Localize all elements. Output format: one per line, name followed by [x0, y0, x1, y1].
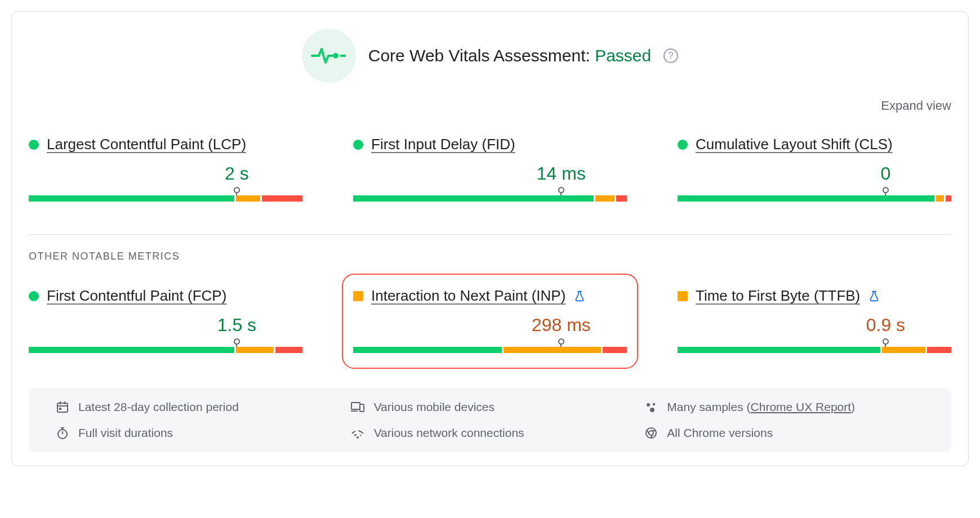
crux-link[interactable]: Chrome UX Report	[751, 400, 852, 413]
svg-point-14	[650, 408, 654, 412]
svg-rect-4	[57, 403, 68, 412]
seg-good	[353, 195, 594, 202]
divider	[29, 234, 951, 235]
header-title: Core Web Vitals Assessment: Passed	[368, 46, 651, 65]
calendar-icon	[56, 400, 69, 414]
status-indicator	[353, 140, 363, 150]
seg-improvement	[236, 347, 274, 353]
seg-poor	[616, 195, 627, 202]
metric-first-contentful-paint: First Contentful Paint (FCP)1.5 s	[29, 285, 302, 358]
metric-value: 0.9 s	[866, 315, 905, 336]
seg-good	[29, 347, 234, 353]
svg-rect-6	[60, 401, 61, 404]
metric-value: 1.5 s	[217, 315, 256, 336]
distribution-bar	[29, 338, 302, 353]
status-indicator	[29, 140, 39, 150]
metric-cumulative-layout-shift: Cumulative Layout Shift (CLS)0	[678, 133, 951, 206]
seg-improvement	[936, 195, 944, 202]
seg-poor	[603, 347, 627, 353]
metric-time-to-first-byte: Time to First Byte (TTFB)0.9 s	[678, 285, 951, 358]
header-title-label: Core Web Vitals Assessment:	[368, 46, 595, 65]
svg-rect-9	[351, 403, 360, 409]
core-metrics-grid: Largest Contentful Paint (LCP)2 sFirst I…	[29, 133, 951, 206]
metric-largest-contentful-paint: Largest Contentful Paint (LCP)2 s	[29, 133, 302, 206]
seg-improvement	[595, 195, 614, 202]
metric-value: 14 ms	[537, 163, 586, 184]
svg-rect-1	[340, 55, 346, 57]
cwv-panel: Core Web Vitals Assessment: Passed ? Exp…	[11, 11, 969, 466]
distribution-bar	[678, 187, 951, 202]
svg-rect-8	[59, 408, 61, 410]
metric-name-link[interactable]: Time to First Byte (TTFB)	[696, 287, 860, 305]
status-indicator	[353, 291, 363, 301]
network-icon	[350, 426, 365, 440]
footer-durations: Full visit durations	[56, 426, 336, 440]
svg-point-13	[653, 403, 655, 405]
seg-good	[353, 347, 502, 353]
metric-name-link[interactable]: First Contentful Paint (FCP)	[47, 287, 226, 305]
metric-value-row: 0.9 s	[678, 315, 951, 335]
seg-improvement	[504, 347, 601, 353]
svg-rect-7	[64, 401, 65, 404]
scatter-icon	[644, 400, 658, 414]
metric-value-row: 14 ms	[353, 163, 627, 184]
status-indicator	[678, 291, 688, 301]
stopwatch-icon	[56, 426, 69, 440]
metric-value-row: 2 s	[29, 163, 302, 184]
metric-value-row: 298 ms	[353, 315, 627, 335]
footer-samples-text: Many samples (Chrome UX Report)	[667, 400, 855, 414]
devices-icon	[350, 400, 365, 414]
seg-poor	[927, 347, 951, 353]
data-context-footer: Latest 28-day collection period Various …	[29, 388, 951, 452]
experimental-icon[interactable]	[573, 290, 586, 302]
metric-value-row: 0	[678, 163, 951, 184]
distribution-bar	[678, 338, 951, 353]
chrome-icon	[644, 426, 658, 440]
experimental-icon[interactable]	[868, 290, 880, 302]
metric-value-row: 1.5 s	[29, 315, 302, 335]
footer-versions-text: All Chrome versions	[667, 426, 773, 440]
distribution-bar	[353, 187, 627, 202]
distribution-bar	[353, 338, 627, 353]
seg-poor	[946, 195, 951, 202]
svg-point-12	[647, 403, 650, 407]
metric-name-link[interactable]: Cumulative Layout Shift (CLS)	[696, 136, 893, 153]
metric-name-link[interactable]: Largest Contentful Paint (LCP)	[47, 136, 246, 153]
footer-samples: Many samples (Chrome UX Report)	[644, 400, 924, 414]
metric-name-link[interactable]: Interaction to Next Paint (INP)	[371, 287, 565, 305]
svg-point-20	[357, 436, 359, 439]
svg-line-19	[356, 428, 359, 437]
other-metrics-grid: First Contentful Paint (FCP)1.5 sInterac…	[29, 285, 951, 358]
seg-improvement	[236, 195, 260, 202]
svg-point-0	[333, 53, 338, 59]
footer-period-text: Latest 28-day collection period	[78, 400, 239, 414]
status-indicator	[29, 291, 39, 301]
header: Core Web Vitals Assessment: Passed ?	[29, 29, 951, 83]
seg-good	[678, 195, 934, 202]
seg-poor	[262, 195, 302, 202]
metric-first-input-delay: First Input Delay (FID)14 ms	[353, 133, 627, 206]
seg-poor	[275, 347, 302, 353]
status-indicator	[678, 140, 688, 150]
other-metrics-label: OTHER NOTABLE METRICS	[29, 251, 951, 262]
footer-devices: Various mobile devices	[350, 400, 630, 414]
svg-rect-10	[360, 404, 364, 412]
metric-value: 0	[880, 163, 890, 184]
help-icon[interactable]: ?	[663, 48, 678, 63]
footer-durations-text: Full visit durations	[78, 426, 173, 440]
seg-good	[678, 347, 880, 353]
metric-name-link[interactable]: First Input Delay (FID)	[371, 136, 515, 153]
footer-versions: All Chrome versions	[644, 426, 924, 440]
footer-network-text: Various network connections	[374, 426, 524, 440]
assessment-status: Passed	[595, 46, 651, 65]
metric-interaction-to-next-paint: Interaction to Next Paint (INP)298 ms	[353, 285, 627, 358]
vitals-pulse-icon	[302, 29, 356, 83]
footer-network: Various network connections	[350, 426, 630, 440]
footer-devices-text: Various mobile devices	[374, 400, 495, 414]
expand-view-link[interactable]: Expand view	[881, 99, 951, 113]
metric-value: 298 ms	[532, 315, 591, 336]
seg-good	[29, 195, 234, 202]
metric-value: 2 s	[225, 163, 249, 184]
distribution-bar	[29, 187, 302, 202]
footer-period: Latest 28-day collection period	[56, 400, 336, 414]
